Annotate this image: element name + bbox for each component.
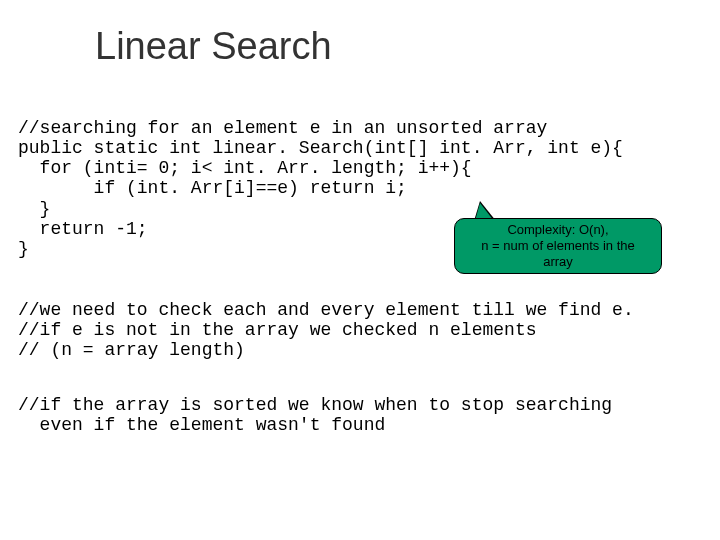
callout-line-1: Complexity: O(n),	[459, 222, 657, 238]
callout-line-3: array	[459, 254, 657, 270]
code-block-2: //we need to check each and every elemen…	[18, 300, 634, 360]
callout-line-2: n = num of elements in the	[459, 238, 657, 254]
slide-title: Linear Search	[95, 25, 332, 68]
complexity-callout: Complexity: O(n), n = num of elements in…	[454, 218, 662, 274]
code-block-3: //if the array is sorted we know when to…	[18, 395, 612, 435]
